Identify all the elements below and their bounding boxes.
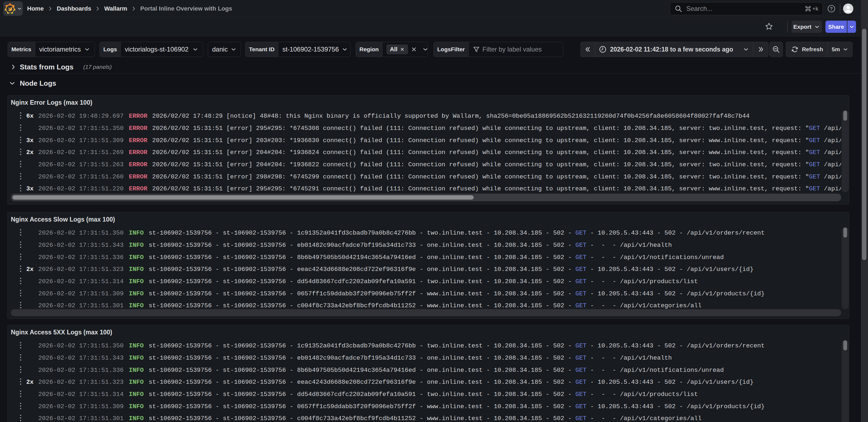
svg-text:?: ?	[830, 6, 833, 11]
